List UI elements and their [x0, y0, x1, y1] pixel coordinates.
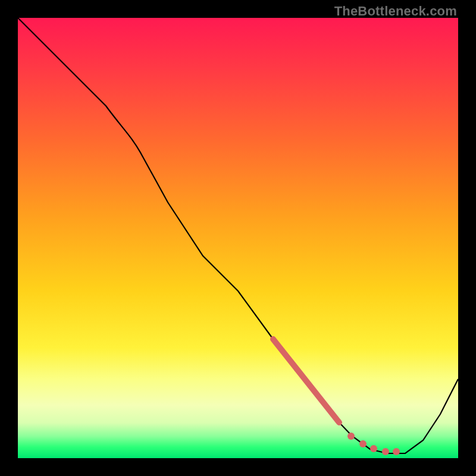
highlight-dot [382, 448, 389, 455]
highlight-dot [347, 433, 355, 440]
chart-overlay [18, 18, 458, 458]
highlight-dot [370, 445, 377, 452]
bottleneck-curve-path [18, 18, 458, 453]
highlight-dot [359, 440, 367, 447]
watermark-text: TheBottleneck.com [334, 4, 457, 19]
highlight-segment [273, 339, 339, 422]
chart-frame: TheBottleneck.com [0, 0, 476, 476]
plot-area [18, 18, 458, 458]
highlight-dot [393, 448, 400, 455]
